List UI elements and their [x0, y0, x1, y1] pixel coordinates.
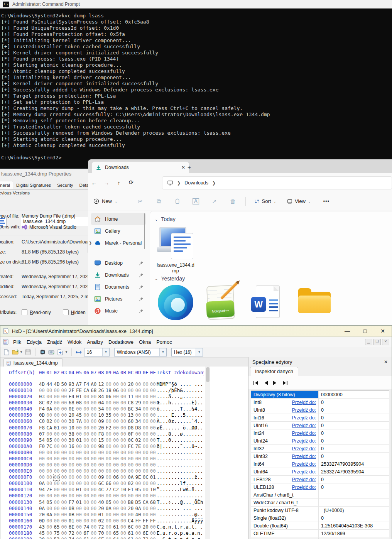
hex-decoded-text[interactable]: À...0z......`4..: [157, 418, 204, 424]
hex-byte[interactable]: 00: [143, 400, 149, 406]
hex-byte[interactable]: 00: [46, 468, 52, 474]
hex-byte[interactable]: 93: [69, 381, 74, 387]
hex-byte[interactable]: 40: [98, 499, 104, 505]
hex-byte[interactable]: 00: [61, 487, 67, 493]
hex-byte[interactable]: 66: [106, 480, 112, 487]
hex-byte[interactable]: 00: [135, 449, 141, 456]
hex-scrollbar[interactable]: [205, 367, 210, 539]
hex-offset[interactable]: 00000170: [9, 524, 32, 530]
hex-byte[interactable]: 00: [120, 443, 126, 449]
hex-byte[interactable]: F7: [69, 499, 74, 505]
hex-byte[interactable]: 35: [106, 412, 112, 418]
hex-byte[interactable]: 00: [61, 443, 67, 449]
hex-byte[interactable]: 00: [54, 480, 59, 487]
hex-decoded-text[interactable]: ........lf......: [157, 480, 204, 487]
file-item[interactable]: Notepad++: [200, 284, 243, 321]
hex-byte[interactable]: 00: [61, 499, 67, 505]
hex-byte[interactable]: 00: [39, 449, 45, 456]
hex-offset[interactable]: 00000090: [9, 437, 32, 443]
hex-byte[interactable]: 00: [135, 462, 141, 468]
hex-byte[interactable]: 00: [83, 487, 89, 493]
hex-byte[interactable]: 00: [106, 406, 112, 412]
hex-byte[interactable]: 00: [128, 449, 133, 456]
hex-byte[interactable]: 00: [128, 512, 133, 518]
hex-byte[interactable]: CA: [46, 425, 52, 431]
hex-byte[interactable]: 29: [135, 400, 141, 406]
hex-byte[interactable]: 05: [135, 487, 141, 493]
hex-decoded-text[interactable]: E.u.r.o.p.e.a.n.: [157, 530, 204, 536]
sidebar-item-marek-personal[interactable]: ❯Marek - Personal: [91, 237, 146, 249]
hex-byte[interactable]: 00: [128, 468, 133, 474]
hex-byte[interactable]: 10: [69, 425, 74, 431]
hex-byte[interactable]: 00: [128, 462, 133, 468]
hex-byte[interactable]: 00: [69, 487, 74, 493]
hex-byte[interactable]: 00: [54, 400, 59, 406]
hex-byte[interactable]: FF: [150, 518, 156, 524]
hex-byte[interactable]: 00: [128, 456, 133, 462]
hex-byte[interactable]: 00: [113, 443, 119, 449]
hex-byte[interactable]: 00: [150, 536, 156, 539]
hex-byte[interactable]: 0A: [46, 512, 52, 518]
hex-offset[interactable]: 00000010: [9, 387, 32, 394]
back-button[interactable]: ←: [88, 179, 100, 186]
hex-byte[interactable]: F1: [128, 487, 133, 493]
hex-byte[interactable]: 20: [128, 505, 133, 512]
hex-offset[interactable]: 00000040: [9, 406, 32, 412]
hex-decoded-text[interactable]: MDMP“§ô .... ...: [157, 381, 204, 387]
goto-link[interactable]: Przejdź do:: [292, 469, 316, 475]
hex-byte[interactable]: 0B: [69, 505, 74, 512]
hex-byte[interactable]: A0: [91, 381, 96, 387]
hex-byte[interactable]: E4: [69, 394, 74, 400]
hex-decoded-text[interactable]: T...÷...@...¸ÕÊh: [157, 499, 204, 505]
hex-byte[interactable]: 00: [91, 400, 96, 406]
hex-byte[interactable]: 34: [135, 418, 141, 424]
sidebar-item-gallery[interactable]: Gallery: [91, 225, 146, 237]
hex-byte[interactable]: 00: [150, 437, 156, 443]
hex-byte[interactable]: 00: [120, 524, 126, 530]
hex-byte[interactable]: FF: [135, 518, 141, 524]
first-button[interactable]: [253, 380, 259, 385]
hex-decoded-text[interactable]: ....8...ø.......: [157, 431, 204, 437]
hex-byte[interactable]: 16: [69, 443, 74, 449]
hex-byte[interactable]: 00: [46, 449, 52, 456]
hex-byte[interactable]: 00: [150, 418, 156, 424]
hex-byte[interactable]: 03: [39, 394, 45, 400]
hex-byte[interactable]: 00: [98, 449, 104, 456]
hex-byte[interactable]: 00: [54, 468, 59, 474]
hex-byte[interactable]: 26: [98, 387, 104, 394]
menu-pomoc[interactable]: Pomoc: [154, 339, 174, 345]
hex-byte[interactable]: 00: [76, 406, 82, 412]
up-button[interactable]: ↑: [113, 179, 125, 186]
hex-byte[interactable]: 00: [106, 474, 112, 480]
goto-link[interactable]: Przejdź do:: [292, 431, 316, 436]
hex-byte[interactable]: 00: [91, 425, 96, 431]
hex-byte[interactable]: 00: [39, 456, 45, 462]
hex-byte[interactable]: 00: [91, 437, 96, 443]
hex-byte[interactable]: 00: [143, 512, 149, 518]
encoding-select[interactable]: Windows (ANSI)▼: [114, 348, 167, 357]
hex-byte[interactable]: 00: [83, 499, 89, 505]
hex-byte[interactable]: 00: [113, 437, 119, 443]
hex-byte[interactable]: 00: [106, 431, 112, 437]
inspector-row-leb128[interactable]: LEB128Przejdź do:0: [251, 476, 389, 483]
hex-byte[interactable]: 98: [98, 443, 104, 449]
hex-byte[interactable]: 00: [143, 487, 149, 493]
hex-byte[interactable]: 00: [106, 530, 112, 536]
hex-byte[interactable]: 09: [98, 474, 104, 480]
hex-byte[interactable]: 00: [106, 381, 112, 387]
hex-byte[interactable]: 00: [61, 474, 67, 480]
hex-byte[interactable]: 01: [69, 518, 74, 524]
hex-byte[interactable]: 0D: [39, 518, 45, 524]
copy-button[interactable]: ⧉: [150, 198, 168, 205]
hex-byte[interactable]: 00: [106, 400, 112, 406]
hex-byte[interactable]: 00: [120, 499, 126, 505]
hex-byte[interactable]: 00: [83, 474, 89, 480]
hex-byte[interactable]: 07: [39, 431, 45, 437]
hex-byte[interactable]: 00: [76, 530, 82, 536]
hex-byte[interactable]: 20: [128, 381, 133, 387]
hex-byte[interactable]: FC: [128, 443, 133, 449]
hex-byte[interactable]: 00: [83, 505, 89, 512]
inspector-row-uint24[interactable]: UInt24Przejdź do:0: [251, 437, 389, 445]
hex-byte[interactable]: 00: [120, 505, 126, 512]
goto-link[interactable]: Przejdź do:: [292, 423, 316, 428]
